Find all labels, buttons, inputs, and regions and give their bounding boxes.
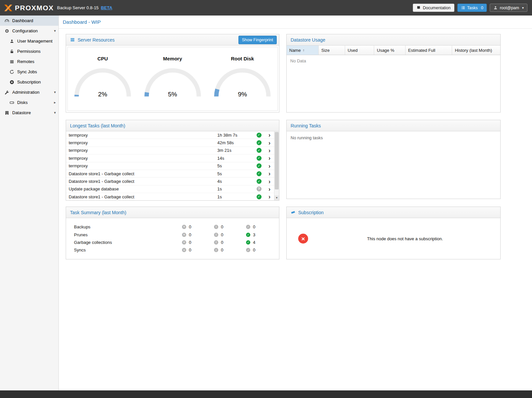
dashboard-content: Server Resources Show Fingerprint CPU 2%… [59, 29, 532, 390]
ticket-icon [291, 210, 296, 215]
sync-icon [9, 70, 15, 74]
ok-circle-icon: ✓ [246, 233, 250, 237]
chevron-right-icon[interactable]: › [265, 132, 274, 138]
book-icon [416, 6, 421, 10]
topbar-actions: Documentation Tasks 0 root@pam ▾ [413, 4, 527, 12]
running-tasks-header: Running Tasks [287, 120, 500, 131]
chevron-right-icon[interactable]: › [265, 163, 274, 169]
user-icon [493, 6, 498, 10]
chevron-right-icon[interactable]: › [265, 179, 274, 184]
scrollbar[interactable]: ▼ [274, 131, 279, 200]
task-row[interactable]: termproxy 14s ✓ › [66, 154, 274, 162]
chevron-down-icon: ▾ [522, 6, 524, 10]
longest-tasks-list: termproxy 1h 38m 7s ✓ › termproxy 42m 58… [66, 131, 279, 200]
documentation-button[interactable]: Documentation [413, 4, 454, 12]
sidebar-item-configuration[interactable]: Configuration ▾ [0, 26, 58, 36]
sidebar-item-label: Datastore [12, 110, 54, 115]
disk-icon [9, 100, 15, 105]
sidebar-item-administration[interactable]: Administration ▾ [0, 87, 58, 97]
chevron-down-icon[interactable]: ▾ [54, 111, 56, 115]
column-header-used[interactable]: Used [345, 46, 374, 55]
chevron-right-icon[interactable]: ▸ [54, 101, 56, 104]
task-row[interactable]: Update package database 1s ? › [66, 185, 274, 193]
gauge-value: 9% [211, 91, 273, 98]
datastore-usage-body: Name ↑ Size Used Usage % Estimated Full … [287, 46, 500, 112]
task-name: Datastore store1 - Garbage collect [66, 194, 217, 199]
column-header-name[interactable]: Name ↑ [287, 46, 319, 55]
task-summary-row[interactable]: Syncs × 0 ! 0 ✓ 0 [74, 246, 279, 254]
server-resources-title: Server Resources [78, 37, 115, 43]
task-duration: 14s [217, 156, 253, 161]
beta-link[interactable]: BETA [101, 5, 112, 10]
task-type-label: Backups [74, 224, 182, 229]
task-row[interactable]: termproxy 5s ✓ › [66, 162, 274, 170]
column-header-history-last-month[interactable]: History (last Month) [452, 46, 500, 55]
show-fingerprint-button[interactable]: Show Fingerprint [238, 36, 277, 44]
column-header-label: History (last Month) [455, 48, 492, 53]
running-tasks-title: Running Tasks [291, 123, 321, 128]
warning-count: 0 [221, 232, 223, 237]
scroll-down-icon[interactable]: ▼ [274, 195, 279, 200]
scrollbar-thumb[interactable] [275, 132, 279, 189]
column-header-usage[interactable]: Usage % [374, 46, 405, 55]
gauge-title: CPU [68, 56, 138, 61]
task-row[interactable]: termproxy 1h 38m 7s ✓ › [66, 131, 274, 139]
chevron-down-icon[interactable]: ▾ [54, 90, 56, 94]
gauge-value: 2% [72, 91, 134, 98]
status-ok-icon: ✓ [257, 163, 262, 168]
status-ok-icon: ✓ [257, 179, 262, 184]
task-name: Datastore store1 - Garbage collect [66, 171, 217, 176]
sidebar-item-sync-jobs[interactable]: Sync Jobs [0, 67, 58, 77]
task-row[interactable]: Datastore store1 - Garbage collect 4s ✓ … [66, 178, 274, 185]
task-row[interactable]: termproxy 3m 21s ✓ › [66, 147, 274, 154]
sidebar-item-permissions[interactable]: Permissions [0, 46, 58, 56]
task-summary-row[interactable]: Garbage collections × 0 ! 0 ✓ 4 [74, 239, 279, 246]
task-row[interactable]: termproxy 42m 58s ✓ › [66, 139, 274, 147]
warning-circle-icon: ! [214, 233, 218, 237]
server-resources-panel: Server Resources Show Fingerprint CPU 2%… [66, 34, 279, 113]
sidebar-item-label: Sync Jobs [17, 69, 56, 74]
sidebar-item-subscription[interactable]: Subscription [0, 77, 58, 87]
task-summary-row[interactable]: Backups × 0 ! 0 ✓ 0 [74, 223, 279, 231]
sidebar-item-remotes[interactable]: Remotes [0, 56, 58, 67]
sidebar-item-disks[interactable]: Disks ▸ [0, 97, 58, 108]
task-row[interactable]: Datastore store1 - Garbage collect 5s ✓ … [66, 170, 274, 178]
ok-count: 0 [253, 224, 255, 229]
task-name: termproxy [66, 156, 217, 161]
task-name: termproxy [66, 140, 217, 145]
sort-asc-icon: ↑ [303, 48, 305, 52]
wrench-icon [4, 90, 10, 95]
tasks-button[interactable]: Tasks 0 [457, 4, 487, 12]
task-row[interactable]: Datastore store1 - Garbage collect 1s ✓ … [66, 193, 274, 200]
datastore-usage-header: Datastore Usage [287, 34, 500, 46]
chevron-right-icon[interactable]: › [265, 155, 274, 161]
chevron-right-icon[interactable]: › [265, 194, 274, 200]
ok-count: 4 [253, 240, 255, 245]
ok-count: 3 [253, 232, 255, 237]
sidebar-item-user-management[interactable]: User Management [0, 36, 58, 46]
task-summary-row[interactable]: Prunes × 0 ! 0 ✓ 3 [74, 231, 279, 238]
user-icon [9, 39, 15, 44]
column-header-size[interactable]: Size [319, 46, 345, 55]
chevron-right-icon[interactable]: › [265, 171, 274, 177]
warning-circle-icon: ! [214, 225, 218, 229]
column-header-estimated-full[interactable]: Estimated Full [406, 46, 452, 55]
tasks-label: Tasks [467, 6, 478, 10]
chevron-down-icon[interactable]: ▾ [54, 29, 56, 33]
ok-circle-icon: ✓ [246, 240, 250, 245]
sidebar-item-dashboard[interactable]: Dashboard [0, 16, 58, 26]
warning-count: 0 [221, 248, 223, 252]
chevron-right-icon[interactable]: › [265, 186, 274, 192]
sidebar-item-label: User Management [17, 39, 56, 44]
user-menu-button[interactable]: root@pam ▾ [490, 4, 527, 12]
sidebar-item-datastore[interactable]: Datastore ▾ [0, 108, 58, 118]
chevron-right-icon[interactable]: › [265, 140, 274, 146]
task-duration: 5s [217, 163, 253, 168]
task-duration: 1s [217, 194, 253, 199]
gauge-value: 5% [142, 91, 204, 98]
task-summary-body: Backups × 0 ! 0 ✓ 0 Prunes × 0 ! 0 ✓ 3 G… [66, 218, 279, 259]
column-header-label: Estimated Full [408, 48, 435, 53]
task-name: termproxy [66, 148, 217, 153]
chevron-right-icon[interactable]: › [265, 148, 274, 153]
sidebar-item-label: Permissions [17, 49, 56, 54]
